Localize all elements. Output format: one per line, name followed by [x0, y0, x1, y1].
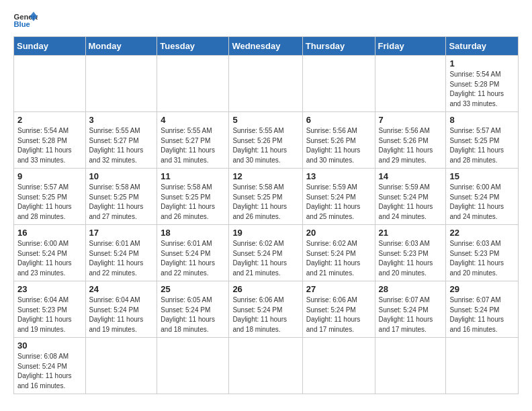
calendar-cell: [157, 338, 229, 394]
cell-day-number: 27: [306, 284, 371, 294]
cell-sun-info: Sunrise: 5:57 AM Sunset: 5:25 PM Dayligh…: [449, 126, 515, 165]
calendar-cell: 15Sunrise: 6:00 AM Sunset: 5:24 PM Dayli…: [446, 169, 519, 225]
cell-sun-info: Sunrise: 5:59 AM Sunset: 5:24 PM Dayligh…: [379, 183, 443, 222]
cell-day-number: 8: [449, 115, 515, 125]
cell-day-number: 20: [306, 228, 371, 238]
calendar-cell: 3Sunrise: 5:55 AM Sunset: 5:27 PM Daylig…: [85, 112, 157, 169]
cell-day-number: 19: [232, 228, 298, 238]
weekday-header-thursday: Thursday: [302, 37, 375, 56]
calendar-cell: 2Sunrise: 5:54 AM Sunset: 5:28 PM Daylig…: [14, 112, 86, 169]
calendar-cell: [229, 56, 302, 112]
calendar-cell: 12Sunrise: 5:58 AM Sunset: 5:25 PM Dayli…: [229, 169, 302, 225]
calendar-cell: 26Sunrise: 6:06 AM Sunset: 5:24 PM Dayli…: [229, 281, 302, 338]
cell-sun-info: Sunrise: 6:07 AM Sunset: 5:24 PM Dayligh…: [449, 295, 515, 334]
calendar-cell: 28Sunrise: 6:07 AM Sunset: 5:24 PM Dayli…: [375, 281, 446, 338]
cell-day-number: 10: [89, 171, 154, 181]
calendar-cell: 30Sunrise: 6:08 AM Sunset: 5:24 PM Dayli…: [14, 338, 86, 394]
cell-day-number: 2: [17, 115, 82, 125]
calendar-cell: [157, 56, 229, 112]
svg-text:Blue: Blue: [14, 20, 30, 28]
calendar-cell: 18Sunrise: 6:01 AM Sunset: 5:24 PM Dayli…: [157, 225, 229, 281]
cell-sun-info: Sunrise: 6:06 AM Sunset: 5:24 PM Dayligh…: [306, 295, 371, 334]
cell-day-number: 26: [232, 284, 298, 294]
weekday-header-row: SundayMondayTuesdayWednesdayThursdayFrid…: [14, 37, 519, 56]
cell-day-number: 29: [449, 284, 515, 294]
calendar-cell: 23Sunrise: 6:04 AM Sunset: 5:23 PM Dayli…: [14, 281, 86, 338]
page-header: General Blue: [13, 11, 519, 30]
generalblue-logo-icon: General Blue: [13, 11, 38, 30]
cell-day-number: 5: [232, 115, 298, 125]
calendar-cell: 21Sunrise: 6:03 AM Sunset: 5:23 PM Dayli…: [375, 225, 446, 281]
cell-sun-info: Sunrise: 6:04 AM Sunset: 5:24 PM Dayligh…: [89, 295, 154, 334]
calendar-cell: 29Sunrise: 6:07 AM Sunset: 5:24 PM Dayli…: [446, 281, 519, 338]
cell-sun-info: Sunrise: 5:55 AM Sunset: 5:27 PM Dayligh…: [161, 126, 225, 165]
calendar-cell: 25Sunrise: 6:05 AM Sunset: 5:24 PM Dayli…: [157, 281, 229, 338]
calendar-cell: 27Sunrise: 6:06 AM Sunset: 5:24 PM Dayli…: [302, 281, 375, 338]
cell-day-number: 14: [379, 171, 443, 181]
calendar-cell: 17Sunrise: 6:01 AM Sunset: 5:24 PM Dayli…: [85, 225, 157, 281]
cell-day-number: 9: [17, 171, 82, 181]
cell-day-number: 13: [306, 171, 371, 181]
calendar-week-row: 2Sunrise: 5:54 AM Sunset: 5:28 PM Daylig…: [14, 112, 519, 169]
cell-day-number: 6: [306, 115, 371, 125]
calendar-cell: [375, 338, 446, 394]
cell-day-number: 17: [89, 228, 154, 238]
cell-sun-info: Sunrise: 5:56 AM Sunset: 5:26 PM Dayligh…: [379, 126, 443, 165]
cell-sun-info: Sunrise: 6:02 AM Sunset: 5:24 PM Dayligh…: [306, 239, 371, 278]
cell-sun-info: Sunrise: 6:08 AM Sunset: 5:24 PM Dayligh…: [17, 352, 82, 391]
cell-sun-info: Sunrise: 6:04 AM Sunset: 5:23 PM Dayligh…: [17, 295, 82, 334]
calendar-cell: 1Sunrise: 5:54 AM Sunset: 5:28 PM Daylig…: [446, 56, 519, 112]
cell-sun-info: Sunrise: 5:55 AM Sunset: 5:26 PM Dayligh…: [232, 126, 298, 165]
calendar-cell: [302, 338, 375, 394]
cell-day-number: 18: [161, 228, 225, 238]
calendar-cell: 11Sunrise: 5:58 AM Sunset: 5:25 PM Dayli…: [157, 169, 229, 225]
cell-day-number: 28: [379, 284, 443, 294]
cell-day-number: 4: [161, 115, 225, 125]
calendar-cell: [85, 56, 157, 112]
cell-day-number: 24: [89, 284, 154, 294]
cell-sun-info: Sunrise: 6:07 AM Sunset: 5:24 PM Dayligh…: [379, 295, 443, 334]
calendar-cell: [446, 338, 519, 394]
cell-day-number: 30: [17, 340, 82, 351]
cell-sun-info: Sunrise: 6:03 AM Sunset: 5:23 PM Dayligh…: [379, 239, 443, 278]
calendar-cell: 14Sunrise: 5:59 AM Sunset: 5:24 PM Dayli…: [375, 169, 446, 225]
cell-sun-info: Sunrise: 6:00 AM Sunset: 5:24 PM Dayligh…: [17, 239, 82, 278]
cell-day-number: 25: [161, 284, 225, 294]
calendar-week-row: 9Sunrise: 5:57 AM Sunset: 5:25 PM Daylig…: [14, 169, 519, 225]
calendar-cell: 10Sunrise: 5:58 AM Sunset: 5:25 PM Dayli…: [85, 169, 157, 225]
cell-sun-info: Sunrise: 5:55 AM Sunset: 5:27 PM Dayligh…: [89, 126, 154, 165]
cell-sun-info: Sunrise: 5:58 AM Sunset: 5:25 PM Dayligh…: [161, 183, 225, 222]
calendar-cell: 16Sunrise: 6:00 AM Sunset: 5:24 PM Dayli…: [14, 225, 86, 281]
calendar-cell: 9Sunrise: 5:57 AM Sunset: 5:25 PM Daylig…: [14, 169, 86, 225]
cell-sun-info: Sunrise: 5:54 AM Sunset: 5:28 PM Dayligh…: [449, 70, 515, 109]
cell-sun-info: Sunrise: 6:02 AM Sunset: 5:24 PM Dayligh…: [232, 239, 298, 278]
calendar-table: SundayMondayTuesdayWednesdayThursdayFrid…: [13, 36, 519, 394]
calendar-week-row: 23Sunrise: 6:04 AM Sunset: 5:23 PM Dayli…: [14, 281, 519, 338]
calendar-cell: 24Sunrise: 6:04 AM Sunset: 5:24 PM Dayli…: [85, 281, 157, 338]
weekday-header-tuesday: Tuesday: [157, 37, 229, 56]
cell-sun-info: Sunrise: 6:00 AM Sunset: 5:24 PM Dayligh…: [449, 183, 515, 222]
calendar-cell: 4Sunrise: 5:55 AM Sunset: 5:27 PM Daylig…: [157, 112, 229, 169]
cell-day-number: 11: [161, 171, 225, 181]
calendar-cell: [85, 338, 157, 394]
cell-day-number: 3: [89, 115, 154, 125]
logo-area: General Blue: [13, 11, 38, 30]
cell-sun-info: Sunrise: 5:56 AM Sunset: 5:26 PM Dayligh…: [306, 126, 371, 165]
cell-sun-info: Sunrise: 5:57 AM Sunset: 5:25 PM Dayligh…: [17, 183, 82, 222]
cell-sun-info: Sunrise: 5:58 AM Sunset: 5:25 PM Dayligh…: [89, 183, 154, 222]
weekday-header-sunday: Sunday: [14, 37, 86, 56]
cell-day-number: 1: [449, 58, 515, 68]
cell-day-number: 7: [379, 115, 443, 125]
calendar-cell: 6Sunrise: 5:56 AM Sunset: 5:26 PM Daylig…: [302, 112, 375, 169]
cell-sun-info: Sunrise: 6:05 AM Sunset: 5:24 PM Dayligh…: [161, 295, 225, 334]
cell-sun-info: Sunrise: 5:58 AM Sunset: 5:25 PM Dayligh…: [232, 183, 298, 222]
calendar-cell: 20Sunrise: 6:02 AM Sunset: 5:24 PM Dayli…: [302, 225, 375, 281]
weekday-header-saturday: Saturday: [446, 37, 519, 56]
cell-sun-info: Sunrise: 6:03 AM Sunset: 5:23 PM Dayligh…: [449, 239, 515, 278]
calendar-cell: [302, 56, 375, 112]
calendar-cell: 13Sunrise: 5:59 AM Sunset: 5:24 PM Dayli…: [302, 169, 375, 225]
calendar-week-row: 30Sunrise: 6:08 AM Sunset: 5:24 PM Dayli…: [14, 338, 519, 394]
calendar-cell: 5Sunrise: 5:55 AM Sunset: 5:26 PM Daylig…: [229, 112, 302, 169]
cell-day-number: 21: [379, 228, 443, 238]
calendar-week-row: 1Sunrise: 5:54 AM Sunset: 5:28 PM Daylig…: [14, 56, 519, 112]
